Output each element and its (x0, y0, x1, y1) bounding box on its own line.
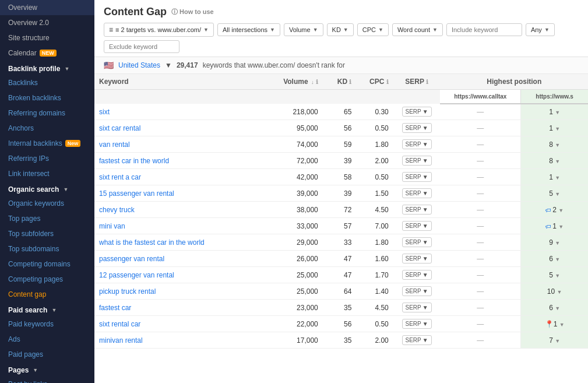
dropdown-icon[interactable]: ▼ (555, 191, 560, 197)
sidebar-item-site-structure[interactable]: Site structure (0, 30, 94, 45)
dash: — (477, 206, 484, 214)
keyword-link[interactable]: sixt rent a car (99, 173, 141, 181)
include-keyword-input[interactable] (446, 23, 522, 36)
keyword-link[interactable]: minivan rental (99, 336, 143, 345)
how-to-use-link[interactable]: ⓘ How to use (171, 8, 214, 16)
sidebar-item-anchors-1[interactable]: Anchors (0, 121, 94, 136)
dropdown-icon[interactable]: ▼ (555, 159, 560, 164)
keyword-link[interactable]: what is the fastest car in the world (99, 238, 205, 247)
dropdown-icon[interactable]: ▼ (555, 338, 560, 344)
keyword-link[interactable]: sixt rental car (99, 320, 140, 328)
keyword-link[interactable]: pickup truck rental (99, 287, 156, 296)
col-header-cpc[interactable]: CPC ℹ (356, 74, 393, 90)
keyword-cell: 15 passenger van rental (94, 185, 269, 202)
dropdown-icon[interactable]: ▼ (559, 322, 565, 328)
keyword-link[interactable]: sixt (99, 108, 110, 116)
serp-button[interactable]: SERP ▼ (402, 335, 432, 345)
dropdown-icon[interactable]: ▼ (555, 175, 560, 181)
volume-cell: 29,000 (269, 234, 323, 251)
sidebar-item-top-subfolders[interactable]: Top subfolders (0, 226, 94, 241)
serp-button[interactable]: SERP ▼ (402, 139, 432, 149)
chevron-down-icon: ▼ (422, 206, 428, 213)
sidebar-item-top-pages[interactable]: Top pages (0, 211, 94, 226)
dropdown-icon[interactable]: ▼ (555, 273, 560, 279)
sidebar-item-backlinks[interactable]: Backlinks (0, 75, 94, 90)
sidebar-item-overview[interactable]: Overview (0, 0, 94, 15)
sidebar-section-organic-search[interactable]: Organic search ▼ (0, 181, 94, 196)
col-header-kd[interactable]: KD ℹ (323, 74, 357, 90)
serp-button[interactable]: SERP ▼ (402, 286, 432, 296)
sidebar-item-referring-ips[interactable]: Referring IPs (0, 151, 94, 166)
kd-cell: 65 (323, 104, 357, 120)
targets-button[interactable]: ≡ ≡ 2 targets vs. www.uber.com/ ▼ (104, 23, 214, 37)
sidebar-section-pages[interactable]: Pages ▼ (0, 362, 94, 377)
sidebar-item-top-subdomains[interactable]: Top subdomains (0, 241, 94, 256)
sidebar-item-competing-domains[interactable]: Competing domains (0, 256, 94, 272)
dropdown-icon[interactable]: ▼ (555, 110, 560, 115)
serp-button[interactable]: SERP ▼ (402, 221, 432, 231)
kd-button[interactable]: KD ▼ (327, 23, 354, 36)
sidebar-item-calendar[interactable]: Calendar NEW (0, 45, 94, 61)
keyword-link[interactable]: mini van (99, 222, 125, 230)
keyword-link[interactable]: chevy truck (99, 206, 135, 214)
keyword-link[interactable]: van rental (99, 140, 130, 149)
serp-button[interactable]: SERP ▼ (402, 270, 432, 280)
serp-button[interactable]: SERP ▼ (402, 156, 432, 166)
keyword-link[interactable]: 12 passenger van rental (99, 271, 174, 279)
keyword-link[interactable]: fastest car (99, 304, 131, 312)
dropdown-icon[interactable]: ▼ (558, 208, 564, 213)
sidebar-item-best-by-links[interactable]: Best by links (0, 377, 94, 383)
cpc-cell: 2.00 (356, 153, 393, 169)
dropdown-icon[interactable]: ▼ (555, 305, 560, 311)
cpc-button[interactable]: CPC ▼ (357, 23, 389, 36)
kd-cell: 35 (323, 332, 357, 349)
dropdown-icon[interactable]: ▼ (555, 240, 560, 246)
serp-button[interactable]: SERP ▼ (402, 107, 432, 117)
info-icon: ℹ (349, 79, 351, 85)
serp-button[interactable]: SERP ▼ (402, 123, 432, 133)
sidebar-item-organic-keywords[interactable]: Organic keywords (0, 196, 94, 211)
sidebar-item-paid-keywords[interactable]: Paid keywords (0, 317, 94, 332)
sidebar-item-referring-domains[interactable]: Referring domains (0, 106, 94, 121)
keyword-link[interactable]: passenger van rental (99, 255, 164, 263)
sidebar-item-content-gap[interactable]: Content gap (0, 287, 94, 302)
serp-button[interactable]: SERP ▼ (402, 188, 432, 198)
sidebar-item-internal-backlinks[interactable]: Internal backlinks New (0, 136, 94, 151)
any-button[interactable]: Any ▼ (526, 23, 555, 36)
serp-button[interactable]: SERP ▼ (402, 205, 432, 215)
dropdown-icon[interactable]: ▼ (558, 224, 564, 230)
pos2-cell: 1 ▼ (521, 169, 588, 185)
serp-button[interactable]: SERP ▼ (402, 172, 432, 182)
keyword-cell: sixt rent a car (94, 169, 269, 185)
col-header-volume[interactable]: Volume ↓ ℹ (269, 74, 323, 90)
word-count-button[interactable]: Word count ▼ (392, 23, 443, 36)
intersections-button[interactable]: All intersections ▼ (217, 23, 280, 36)
serp-button[interactable]: SERP ▼ (402, 319, 432, 329)
dropdown-icon[interactable]: ▼ (555, 126, 560, 132)
pos1-cell: — (440, 136, 520, 153)
serp-button[interactable]: SERP ▼ (402, 237, 432, 247)
keyword-link[interactable]: fastest car in the world (99, 157, 169, 165)
sidebar-item-competing-pages[interactable]: Competing pages (0, 272, 94, 287)
sidebar-item-broken-backlinks[interactable]: Broken backlinks (0, 90, 94, 106)
serp-button[interactable]: SERP ▼ (402, 254, 432, 263)
sidebar-item-paid-pages[interactable]: Paid pages (0, 347, 94, 362)
keyword-link[interactable]: sixt car rental (99, 124, 140, 132)
sidebar-section-paid-search[interactable]: Paid search ▼ (0, 302, 94, 317)
sidebar-item-overview2[interactable]: Overview 2.0 (0, 15, 94, 30)
dash: — (477, 140, 484, 149)
country-selector[interactable]: United States (118, 61, 160, 69)
exclude-keyword-input[interactable] (104, 40, 179, 53)
table-row: passenger van rental 26,000 47 1.60 SERP… (94, 251, 588, 267)
volume-button[interactable]: Volume ▼ (284, 23, 323, 36)
kd-cell: 33 (323, 234, 357, 251)
pos2-cell: 8 ▼ (521, 136, 588, 153)
sidebar-section-backlink-profile[interactable]: Backlink profile ▼ (0, 61, 94, 75)
dropdown-icon[interactable]: ▼ (555, 256, 560, 262)
sidebar-item-ads[interactable]: Ads (0, 332, 94, 347)
dropdown-icon[interactable]: ▼ (557, 289, 562, 295)
dropdown-icon[interactable]: ▼ (555, 142, 560, 148)
sidebar-item-link-intersect[interactable]: Link intersect (0, 166, 94, 181)
keyword-link[interactable]: 15 passenger van rental (99, 189, 174, 198)
serp-button[interactable]: SERP ▼ (402, 303, 432, 312)
